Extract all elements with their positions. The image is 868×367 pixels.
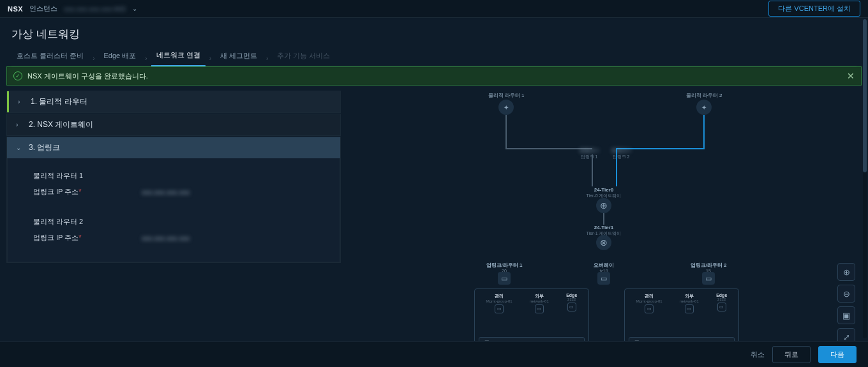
chevron-right-icon: › <box>266 55 268 62</box>
page-title: 가상 네트워킹 <box>11 27 857 41</box>
phys-router-2-label: 물리적 라우터 2 <box>686 92 722 99</box>
accordion-title: 1. 물리적 라우터 <box>31 96 87 107</box>
edge-node-label: Edge Node 2 <box>643 340 673 341</box>
topbar-left: NSX 인스턴스 xxx.xxx.xxx.xxx:443 ⌄ <box>8 4 137 13</box>
uplink-ip-value-2: xxx.xxx.xxx.xxx <box>142 234 190 242</box>
edge-node-label: Edge Node 1 <box>493 340 523 341</box>
tab-label: 호스트 클러스터 준비 <box>17 51 84 61</box>
accordion-title: 2. NSX 게이트웨이 <box>29 119 93 130</box>
edge <box>703 115 705 148</box>
accordion-body: 물리적 라우터 1 업링크 IP 주소* xxx.xxx.xxx.xxx 물리적… <box>7 158 340 262</box>
edge <box>505 115 507 148</box>
port-icon: ▭ <box>597 272 610 285</box>
cluster-box-2: 관리Mgmt-group-01▭ 외부network-01▭ Edge2222▭… <box>624 288 739 341</box>
success-icon: ✓ <box>13 71 22 80</box>
cancel-button[interactable]: 취소 <box>751 350 765 359</box>
tab-host-cluster[interactable]: 호스트 클러스터 준비 <box>11 51 89 66</box>
collapse-button[interactable]: ⤢ <box>837 328 855 341</box>
status-bar: ✓ NSX 게이트웨이 구성을 완료했습니다. ✕ <box>6 66 862 86</box>
zoom-controls: ⊕ ⊖ ▣ ⤢ ⎙ <box>837 263 855 341</box>
router1-section-label: 물리적 라우터 1 <box>33 171 322 181</box>
close-icon[interactable]: ✕ <box>847 71 855 81</box>
tab-label: 네트워크 연결 <box>156 50 200 60</box>
tab-edge-deploy[interactable]: Edge 배포 <box>98 51 141 66</box>
chevron-right-icon: › <box>145 55 147 62</box>
fit-to-screen-button[interactable]: ▣ <box>837 306 855 324</box>
tab-network-connect[interactable]: 네트워크 연결 <box>151 50 206 66</box>
chevron-right-icon: › <box>93 55 94 62</box>
port-icon: ▭ <box>702 272 715 285</box>
instance-ip[interactable]: xxx.xxx.xxx.xxx:443 <box>64 5 126 13</box>
left-panel: › 1. 물리적 라우터 › 2. NSX 게이트웨이 ⌄ 3. 업링크 물리적… <box>6 91 341 341</box>
accordion-header[interactable]: › 1. 물리적 라우터 <box>7 91 340 112</box>
server-icon: ▤ <box>484 340 490 341</box>
edge <box>603 213 604 225</box>
status-message: NSX 게이트웨이 구성을 완료했습니다. <box>27 71 148 81</box>
gateway-icon <box>596 235 611 250</box>
accordion-title: 3. 업링크 <box>29 142 60 153</box>
tabs: 호스트 클러스터 준비 › Edge 배포 › 네트워크 연결 › 새 세그먼트… <box>11 50 857 66</box>
uplink-ip-label: 업링크 IP 주소* <box>33 187 142 197</box>
body: › 1. 물리적 라우터 › 2. NSX 게이트웨이 ⌄ 3. 업링크 물리적… <box>0 86 868 341</box>
uplink-ip-label: 업링크 IP 주소* <box>33 233 142 243</box>
edge-node-2: ▤ Edge Node 2 <box>629 337 735 341</box>
topology-panel[interactable]: 물리적 라우터 1 물리적 라우터 2 업링크 1업링크 1 업링크 2업링크 … <box>350 91 862 341</box>
form-row: 업링크 IP 주소* xxx.xxx.xxx.xxx <box>33 187 322 197</box>
tab-label: 추가 기능 서비스 <box>277 51 330 61</box>
edge <box>592 154 593 186</box>
chevron-right-icon: › <box>209 55 211 62</box>
product-label: NSX <box>8 5 23 13</box>
header: 가상 네트워킹 호스트 클러스터 준비 › Edge 배포 › 네트워크 연결 … <box>0 18 868 66</box>
tab-new-segment[interactable]: 새 세그먼트 <box>215 51 262 66</box>
tab-label: 새 세그먼트 <box>220 51 257 61</box>
gateway-icon <box>596 198 611 213</box>
edge <box>616 148 617 186</box>
topbar: NSX 인스턴스 xxx.xxx.xxx.xxx:443 ⌄ 다른 VCENTE… <box>0 0 868 18</box>
uplink1-label: 업링크 1업링크 1 <box>580 147 599 160</box>
instance-label: 인스턴스 <box>29 4 57 13</box>
accordion-physical-router: › 1. 물리적 라우터 <box>6 91 341 113</box>
chevron-right-icon: › <box>16 121 22 128</box>
install-vcenter-button[interactable]: 다른 VCENTER에 설치 <box>768 1 860 17</box>
server-icon: ▤ <box>634 340 640 341</box>
form-row: 업링크 IP 주소* xxx.xxx.xxx.xxx <box>33 233 322 243</box>
router-icon <box>498 100 514 115</box>
scrollbar-thumb[interactable] <box>863 19 867 172</box>
accordion-header[interactable]: ⌄ 3. 업링크 <box>7 137 340 158</box>
uplink2-label: 업링크 2업링크 2 <box>611 147 631 160</box>
phys-router-1-label: 물리적 라우터 1 <box>488 92 525 99</box>
port-icon: ▭ <box>498 272 511 285</box>
uplink-ip-value-1: xxx.xxx.xxx.xxx <box>142 188 190 196</box>
edge-node-1: ▤ Edge Node 1 <box>479 337 585 341</box>
tab-label: Edge 배포 <box>103 51 136 61</box>
accordion-uplink: ⌄ 3. 업링크 물리적 라우터 1 업링크 IP 주소* xxx.xxx.xx… <box>6 137 341 263</box>
router-icon <box>696 100 712 115</box>
accordion-header[interactable]: › 2. NSX 게이트웨이 <box>7 114 340 135</box>
chevron-right-icon: › <box>18 98 24 105</box>
chevron-down-icon: ⌄ <box>16 144 22 151</box>
chevron-down-icon[interactable]: ⌄ <box>132 5 137 12</box>
tab-addons: 추가 기능 서비스 <box>272 51 335 66</box>
router2-section-label: 물리적 라우터 2 <box>33 217 322 227</box>
zoom-out-button[interactable]: ⊖ <box>837 285 855 303</box>
next-button[interactable]: 다음 <box>818 346 857 363</box>
accordion-nsx-gateway: › 2. NSX 게이트웨이 <box>6 114 341 136</box>
scrollbar[interactable] <box>863 19 867 338</box>
back-button[interactable]: 뒤로 <box>772 346 811 363</box>
cluster-box-1: 관리Mgmt-group-01▭ 외부network-01▭ Edge2222▭… <box>474 288 589 341</box>
zoom-in-button[interactable]: ⊕ <box>837 263 855 281</box>
footer: 취소 뒤로 다음 <box>0 341 868 367</box>
